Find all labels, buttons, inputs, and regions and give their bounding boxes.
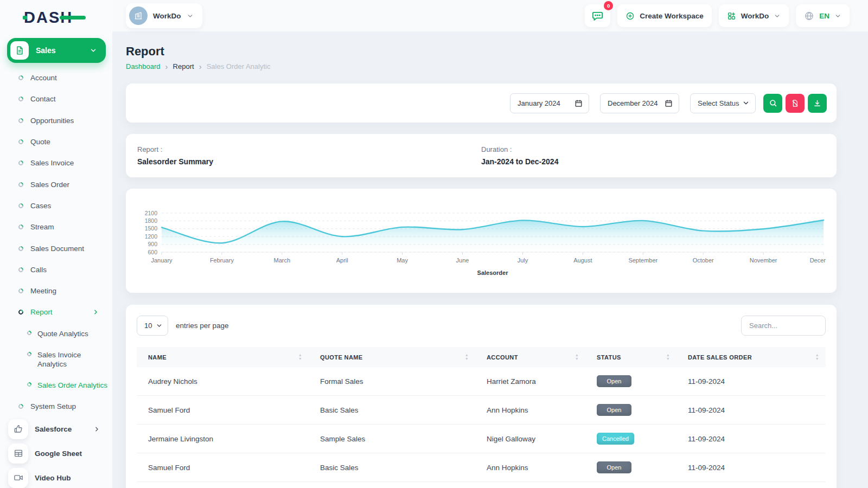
sidebar-item-google-sheet[interactable]: Google Sheet	[0, 441, 112, 466]
calendar-icon	[665, 99, 673, 107]
table-search-input[interactable]	[741, 316, 826, 336]
sidebar-item-label: Calls	[30, 266, 47, 274]
sort-icon: ▲▼	[815, 354, 819, 361]
breadcrumb-dashboard[interactable]: Dashboard	[126, 62, 161, 70]
download-icon	[813, 99, 821, 107]
cell-quote-name: Sample Sales	[309, 425, 475, 453]
sidebar-item-video-hub[interactable]: Video Hub	[0, 466, 112, 488]
sidebar-item-contact[interactable]: Contact	[0, 88, 112, 110]
sidebar-item-stream[interactable]: Stream	[0, 216, 112, 237]
bullet-icon	[17, 96, 24, 103]
svg-text:March: March	[274, 257, 291, 264]
sidebar-item-sales-invoice-analytics[interactable]: Sales Invoice Analytics	[0, 344, 112, 375]
cell-quote-name: Formal Sales	[309, 367, 475, 396]
column-header-date-sales-order[interactable]: DATE SALES ORDER▲▼	[676, 347, 826, 367]
page-size-select[interactable]: 10	[137, 316, 168, 336]
page-size-value: 10	[144, 322, 152, 330]
column-header-name[interactable]: NAME▲▼	[137, 347, 309, 367]
video-camera-icon	[8, 468, 28, 488]
end-month-input[interactable]: December 2024	[600, 93, 679, 113]
sidebar-item-quote-analytics[interactable]: Quote Analytics	[0, 323, 112, 344]
sidebar-item-sales-order-analytics[interactable]: Sales Order Analytics	[0, 375, 112, 396]
download-button[interactable]	[808, 94, 827, 113]
bullet-icon	[17, 287, 24, 294]
cell-account: Harriet Zamora	[475, 367, 585, 396]
search-button[interactable]	[763, 94, 782, 113]
bullet-icon	[26, 381, 32, 387]
cell-quote-name: Basic Sales	[309, 453, 475, 482]
cell-name: Samuel Ford	[137, 453, 309, 482]
sidebar-item-report[interactable]: Report	[0, 301, 112, 323]
logo-accent-dot	[23, 16, 27, 20]
column-header-quote-name[interactable]: QUOTE NAME▲▼	[309, 347, 475, 367]
create-workspace-label: Create Workspace	[640, 12, 704, 20]
start-month-input[interactable]: January 2024	[510, 93, 589, 113]
sidebar-item-sales-invoice[interactable]: Sales Invoice	[0, 152, 112, 174]
status-select[interactable]: Select Status	[690, 93, 756, 113]
report-value: Salesorder Summary	[137, 157, 481, 166]
sidebar-apps: Salesforce Google Sheet Video Hub	[0, 417, 112, 488]
bullet-icon	[26, 351, 32, 357]
sidebar-item-cases[interactable]: Cases	[0, 195, 112, 216]
filter-card: January 2024 December 2024 Select Status	[126, 84, 837, 123]
topbar: WorkDo 0 Create Workspace WorkDo	[0, 0, 868, 31]
bullet-icon	[17, 403, 24, 410]
report-name-block: Report : Salesorder Summary	[137, 145, 481, 166]
sidebar-item-account[interactable]: Account	[0, 67, 112, 88]
calendar-icon	[575, 99, 583, 107]
messages-button[interactable]: 0	[585, 4, 610, 27]
svg-text:February: February	[210, 257, 234, 264]
topbar-actions: 0 Create Workspace WorkDo EN	[585, 4, 850, 27]
cell-status: Cancelled	[585, 425, 676, 453]
bullet-icon	[17, 74, 24, 81]
svg-text:August: August	[573, 257, 592, 264]
breadcrumb-current: Sales Order Analytic	[207, 62, 271, 70]
cell-name: Jermaine Livingston	[137, 425, 309, 453]
plus-circle-icon	[626, 11, 635, 21]
report-summary-card: Report : Salesorder Summary Duration : J…	[126, 134, 837, 177]
create-workspace-button[interactable]: Create Workspace	[617, 4, 712, 27]
sales-orders-table: NAME▲▼ QUOTE NAME▲▼ ACCOUNT▲▼ STATUS▲▼ D…	[137, 347, 826, 482]
salesorder-area-chart: 6009001200150018002100JanuaryFebruaryMar…	[137, 196, 826, 283]
sales-orders-table-card: 10 entries per page NAME▲▼ QUOTE NAME▲▼ …	[126, 305, 837, 488]
workdo-menu-label: WorkDo	[741, 12, 769, 20]
bullet-icon	[17, 159, 24, 166]
cell-status: Open	[585, 396, 676, 425]
sidebar-group-sales[interactable]: Sales	[7, 38, 106, 63]
reset-filter-button[interactable]	[786, 94, 805, 113]
sidebar-item-salesforce[interactable]: Salesforce	[0, 417, 112, 441]
duration-value: Jan-2024 to Dec-2024	[481, 157, 825, 166]
bullet-icon	[17, 138, 24, 145]
workspace-switcher[interactable]: WorkDo	[126, 3, 202, 28]
column-header-status[interactable]: STATUS▲▼	[585, 347, 676, 367]
language-selector[interactable]: EN	[796, 4, 850, 27]
bullet-icon	[17, 245, 24, 252]
filter-actions	[763, 94, 827, 113]
sidebar-item-opportunities[interactable]: Opportunities	[0, 110, 112, 131]
sidebar-item-meeting[interactable]: Meeting	[0, 280, 112, 301]
column-header-account[interactable]: ACCOUNT▲▼	[475, 347, 585, 367]
sidebar-item-quote[interactable]: Quote	[0, 131, 112, 152]
app-logo: DASH	[24, 9, 89, 27]
table-controls: 10 entries per page	[137, 316, 826, 336]
table-row: Samuel Ford Basic Sales Ann Hopkins Open…	[137, 396, 826, 425]
bullet-icon	[17, 181, 24, 188]
document-icon	[10, 41, 29, 60]
sidebar-item-label: Sales Document	[30, 245, 84, 253]
sidebar-item-calls[interactable]: Calls	[0, 259, 112, 280]
sidebar-menu: Account Contact Opportunities Quote Sale…	[0, 67, 112, 417]
duration-label: Duration :	[481, 145, 825, 153]
sidebar-item-label: Sales Invoice	[30, 159, 74, 167]
sidebar-item-sales-order[interactable]: Sales Order	[0, 174, 112, 195]
status-select-value: Select Status	[698, 99, 739, 107]
sidebar-item-system-setup[interactable]: System Setup	[0, 396, 112, 417]
duration-block: Duration : Jan-2024 to Dec-2024	[481, 145, 825, 166]
status-badge: Open	[597, 404, 631, 416]
workdo-menu-button[interactable]: WorkDo	[719, 4, 789, 27]
svg-text:April: April	[336, 257, 348, 264]
sort-icon: ▲▼	[298, 354, 302, 361]
main-content: Report Dashboard › Report › Sales Order …	[112, 31, 868, 488]
status-badge: Cancelled	[597, 433, 634, 445]
table-row: Samuel Ford Basic Sales Ann Hopkins Open…	[137, 453, 826, 482]
sidebar-item-sales-document[interactable]: Sales Document	[0, 237, 112, 259]
